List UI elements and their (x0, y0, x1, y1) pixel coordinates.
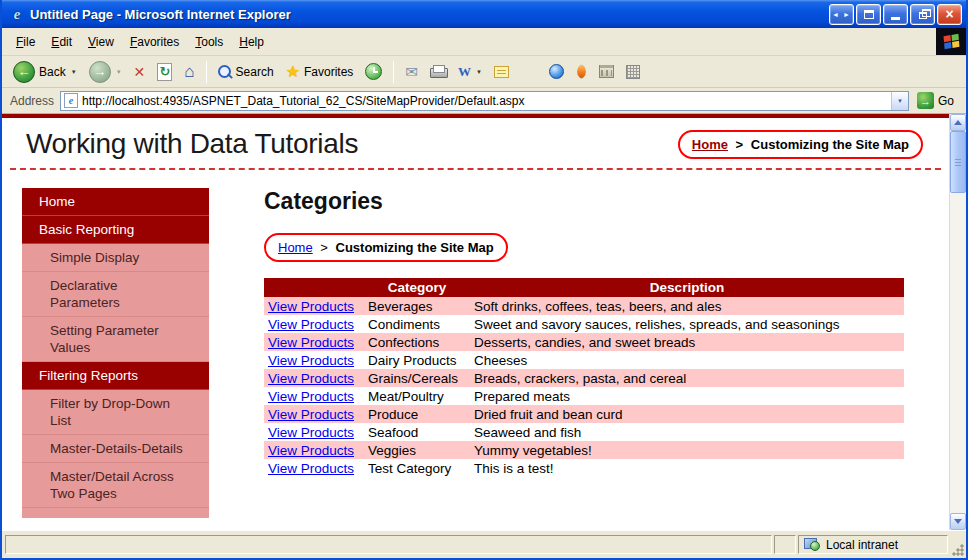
back-button[interactable]: ← Back ▼ (8, 58, 82, 86)
minimize-button[interactable] (883, 4, 908, 25)
addon-button[interactable] (571, 58, 592, 86)
view-products-link[interactable]: View Products (268, 317, 354, 332)
menu-item[interactable]: Tools (187, 32, 231, 52)
status-main-pane (5, 535, 772, 554)
table-row: View Products Seafood Seaweed and fish (264, 423, 904, 441)
edit-icon: W (458, 64, 471, 80)
menu-item[interactable]: File (8, 32, 43, 52)
sidebar-item[interactable]: Declarative Parameters (22, 272, 209, 317)
view-products-link[interactable]: View Products (268, 371, 354, 386)
category-cell: Condiments (364, 315, 470, 333)
resize-grip[interactable] (951, 543, 964, 556)
sidebar-item[interactable]: Home (22, 188, 209, 216)
scrollbar-track[interactable] (950, 131, 966, 513)
table-row: View Products Meat/Poultry Prepared meat… (264, 387, 904, 405)
windows-logo-throbber (936, 28, 966, 55)
menu-item[interactable]: Favorites (122, 32, 187, 52)
view-products-link[interactable]: View Products (268, 407, 354, 422)
mail-button[interactable]: ✉ (400, 58, 423, 86)
history-button[interactable] (360, 58, 387, 86)
sidebar-item[interactable]: Master-Details-Details (22, 435, 209, 463)
category-cell: Test Category (364, 459, 470, 477)
sidebar-item[interactable]: Basic Reporting (22, 216, 209, 244)
view-products-link[interactable]: View Products (268, 389, 354, 404)
view-products-link[interactable]: View Products (268, 335, 354, 350)
description-cell: Soft drinks, coffees, teas, beers, and a… (470, 297, 904, 315)
forward-button[interactable]: → ▼ (84, 58, 127, 86)
table-row: View Products Condiments Sweet and savor… (264, 315, 904, 333)
sidebar-nav: Home Basic Reporting Simple Display (22, 188, 209, 508)
address-dropdown-button[interactable]: ▼ (891, 92, 908, 110)
search-button[interactable]: Search (213, 58, 279, 86)
scroll-down-button[interactable] (950, 513, 966, 530)
scroll-up-button[interactable] (950, 114, 966, 131)
stop-icon: ✕ (134, 64, 146, 80)
arrow-down-icon (954, 519, 962, 524)
sidebar-item-partial[interactable] (22, 508, 209, 518)
header-description: Description (470, 278, 904, 297)
view-products-link[interactable]: View Products (268, 443, 354, 458)
restore-button[interactable] (910, 4, 935, 25)
go-label: Go (938, 94, 954, 108)
forward-dropdown-icon[interactable]: ▼ (116, 69, 122, 75)
local-intranet-icon (804, 538, 820, 551)
category-cell: Beverages (364, 297, 470, 315)
view-products-link[interactable]: View Products (268, 461, 354, 476)
sidebar: Home Basic Reporting Simple Display (22, 188, 209, 518)
favorites-star-icon: ★ (286, 64, 300, 80)
sidebar-item[interactable]: Setting Parameter Values (22, 317, 209, 362)
messenger-button[interactable] (544, 58, 569, 86)
go-button[interactable]: → Go (915, 92, 960, 109)
favorites-button[interactable]: ★ Favorites (281, 58, 359, 86)
messenger-icon (549, 64, 564, 79)
header-category: Category (364, 278, 470, 297)
page-header: Working with Data Tutorials Home > Custo… (2, 118, 949, 168)
stop-button[interactable]: ✕ (129, 58, 151, 86)
scrollbar-thumb[interactable] (950, 131, 966, 193)
category-cell: Seafood (364, 423, 470, 441)
vertical-scrollbar[interactable] (949, 114, 966, 530)
menu-item[interactable]: Edit (43, 32, 80, 52)
ie-logo-icon: e (8, 5, 26, 23)
back-dropdown-icon[interactable]: ▼ (71, 69, 77, 75)
screen-button[interactable] (856, 4, 881, 25)
building-icon (599, 65, 614, 78)
toolbar: ← Back ▼ → ▼ ✕ ↻ ⌂ Search ★ Favorites ✉ … (2, 56, 966, 88)
breadcrumb-separator: > (736, 137, 744, 152)
edit-dropdown-icon[interactable]: ▼ (476, 69, 482, 75)
pan-arrows-button[interactable]: ◄ ► (829, 4, 854, 25)
description-cell: Dried fruit and bean curd (470, 405, 904, 423)
category-cell: Veggies (364, 441, 470, 459)
sidebar-item[interactable]: Master/Detail Across Two Pages (22, 463, 209, 508)
search-label: Search (236, 65, 274, 79)
forward-icon: → (89, 61, 111, 83)
view-products-link[interactable]: View Products (268, 353, 354, 368)
view-products-link[interactable]: View Products (268, 425, 354, 440)
menu-item[interactable]: View (80, 32, 122, 52)
sidebar-item[interactable]: Filtering Reports (22, 362, 209, 390)
refresh-button[interactable]: ↻ (152, 58, 177, 86)
windows-flag-icon (943, 34, 959, 49)
table-row: View Products Beverages Soft drinks, cof… (264, 297, 904, 315)
address-input[interactable] (78, 94, 891, 108)
description-cell: Seaweed and fish (470, 423, 904, 441)
content-breadcrumb-home-link[interactable]: Home (278, 240, 313, 255)
content-area: Home Basic Reporting Simple Display (2, 170, 949, 518)
home-button[interactable]: ⌂ (179, 58, 199, 86)
grid-tool-button[interactable] (621, 58, 645, 86)
main-content: Categories Home > Customizing the Site M… (264, 188, 904, 477)
sidebar-item[interactable]: Filter by Drop-Down List (22, 390, 209, 435)
sidebar-item[interactable]: Simple Display (22, 244, 209, 272)
menu-item[interactable]: Help (231, 32, 272, 52)
print-button[interactable] (425, 58, 451, 86)
status-zone-pane: Local intranet (798, 535, 948, 554)
view-products-link[interactable]: View Products (268, 299, 354, 314)
status-mini-pane (774, 535, 796, 554)
discuss-button[interactable] (489, 58, 514, 86)
address-label: Address (6, 94, 54, 108)
breadcrumb-home-link[interactable]: Home (692, 137, 728, 152)
edit-button[interactable]: W ▼ (453, 58, 487, 86)
research-button[interactable] (594, 58, 619, 86)
close-button[interactable]: × (937, 4, 962, 25)
window-controls: ◄ ► × (829, 4, 962, 25)
